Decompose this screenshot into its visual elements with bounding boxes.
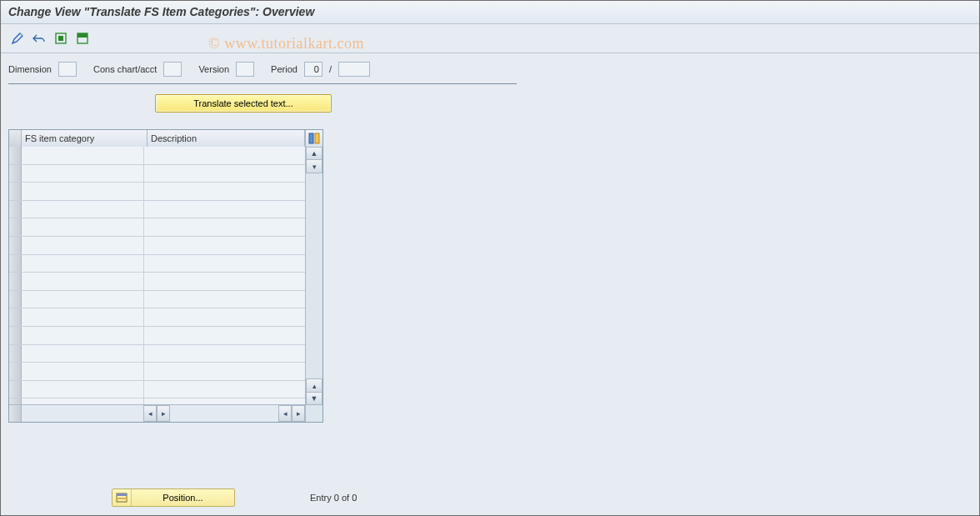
table-row[interactable] bbox=[9, 308, 306, 327]
vertical-scrollbar[interactable]: ▲ ▾ ▴ ▼ bbox=[305, 147, 322, 405]
table-body bbox=[9, 147, 306, 405]
cell-category[interactable] bbox=[22, 147, 144, 164]
table-select-all-handle[interactable] bbox=[9, 130, 22, 147]
version-label: Version bbox=[198, 64, 229, 74]
row-selector[interactable] bbox=[9, 255, 22, 273]
scroll-right-button-2[interactable]: ▸ bbox=[292, 405, 305, 422]
scroll-left-button-1[interactable]: ◂ bbox=[143, 405, 157, 422]
cell-description[interactable] bbox=[144, 218, 306, 236]
row-selector[interactable] bbox=[9, 165, 22, 183]
table-row[interactable] bbox=[9, 291, 306, 309]
cell-description[interactable] bbox=[144, 345, 306, 363]
scroll-down-step-button[interactable]: ▴ bbox=[306, 378, 322, 392]
cell-category[interactable] bbox=[22, 291, 144, 308]
cell-category[interactable] bbox=[22, 165, 144, 183]
cell-category[interactable] bbox=[22, 327, 144, 344]
cell-description[interactable] bbox=[144, 255, 306, 273]
row-selector[interactable] bbox=[9, 201, 22, 218]
scroll-down-button[interactable]: ▼ bbox=[306, 392, 322, 405]
table-settings-icon bbox=[308, 133, 320, 144]
cell-description[interactable] bbox=[144, 201, 306, 218]
row-selector[interactable] bbox=[9, 183, 22, 200]
cons-chart-field[interactable] bbox=[163, 62, 182, 77]
table-row[interactable] bbox=[9, 345, 306, 363]
row-selector[interactable] bbox=[9, 147, 22, 164]
period-field[interactable]: 0 bbox=[304, 62, 322, 77]
cell-category[interactable] bbox=[22, 345, 144, 363]
cell-description[interactable] bbox=[144, 165, 306, 183]
select-all-icon bbox=[54, 32, 68, 45]
cell-description[interactable] bbox=[144, 363, 306, 380]
hscroll-track-2[interactable] bbox=[170, 405, 278, 422]
row-selector[interactable] bbox=[9, 291, 22, 308]
cell-category[interactable] bbox=[22, 183, 144, 200]
scroll-up-step-button[interactable]: ▾ bbox=[306, 160, 322, 173]
row-selector[interactable] bbox=[9, 218, 22, 236]
toggle-display-change-button[interactable] bbox=[8, 29, 27, 48]
cell-category[interactable] bbox=[22, 237, 144, 254]
cell-description[interactable] bbox=[144, 273, 306, 290]
table-row[interactable] bbox=[9, 165, 306, 183]
cell-description[interactable] bbox=[144, 183, 306, 200]
page-title: Change View "Translate FS Item Categorie… bbox=[8, 5, 314, 18]
table-row[interactable] bbox=[9, 183, 306, 201]
cell-category[interactable] bbox=[22, 381, 144, 398]
period-label: Period bbox=[271, 64, 298, 74]
svg-rect-4 bbox=[309, 133, 313, 143]
table-row[interactable] bbox=[9, 255, 306, 273]
row-selector[interactable] bbox=[9, 308, 22, 326]
cell-category[interactable] bbox=[22, 308, 144, 326]
table-configure-button[interactable] bbox=[305, 130, 322, 147]
table-row[interactable] bbox=[9, 381, 306, 399]
table-row[interactable] bbox=[9, 237, 306, 255]
cell-category[interactable] bbox=[22, 218, 144, 236]
hscroll-track-1[interactable] bbox=[22, 405, 143, 422]
table-row[interactable] bbox=[9, 327, 306, 345]
row-selector[interactable] bbox=[9, 273, 22, 290]
undo-icon bbox=[32, 32, 46, 45]
cell-category[interactable] bbox=[22, 201, 144, 218]
select-all-button[interactable] bbox=[52, 29, 70, 48]
field-separator bbox=[8, 83, 517, 84]
cell-category[interactable] bbox=[22, 273, 144, 290]
cell-description[interactable] bbox=[144, 327, 306, 344]
cell-category[interactable] bbox=[22, 363, 144, 380]
dimension-field[interactable] bbox=[58, 62, 77, 77]
year-field[interactable] bbox=[338, 62, 370, 77]
table-row[interactable] bbox=[9, 218, 306, 237]
table-row[interactable] bbox=[9, 147, 306, 165]
application-toolbar bbox=[0, 24, 980, 53]
row-selector[interactable] bbox=[9, 381, 22, 398]
undo-button[interactable] bbox=[30, 29, 48, 48]
version-field[interactable] bbox=[236, 62, 254, 77]
cell-description[interactable] bbox=[144, 291, 306, 308]
cell-category[interactable] bbox=[22, 255, 144, 273]
table-row[interactable] bbox=[9, 273, 306, 291]
hscroll-corner-right bbox=[305, 405, 322, 422]
footer: Position... Entry 0 of 0 bbox=[112, 488, 357, 507]
svg-rect-8 bbox=[117, 498, 127, 499]
row-selector[interactable] bbox=[9, 363, 22, 380]
scroll-right-button-1[interactable]: ▸ bbox=[157, 405, 170, 422]
position-button[interactable]: Position... bbox=[112, 488, 235, 507]
scroll-left-button-2[interactable]: ◂ bbox=[278, 405, 292, 422]
cell-description[interactable] bbox=[144, 381, 306, 398]
position-icon bbox=[112, 489, 132, 506]
col-header-category[interactable]: FS item category bbox=[22, 130, 148, 147]
cell-description[interactable] bbox=[144, 308, 306, 326]
cell-description[interactable] bbox=[144, 147, 306, 164]
row-selector[interactable] bbox=[9, 327, 22, 344]
col-header-description[interactable]: Description bbox=[148, 130, 305, 147]
deselect-all-button[interactable] bbox=[73, 29, 92, 48]
cell-description[interactable] bbox=[144, 237, 306, 254]
svg-rect-1 bbox=[58, 36, 63, 41]
row-selector[interactable] bbox=[9, 345, 22, 363]
table-row[interactable] bbox=[9, 201, 306, 219]
period-separator: / bbox=[329, 64, 332, 74]
scroll-up-button[interactable]: ▲ bbox=[306, 147, 322, 160]
table-row[interactable] bbox=[9, 363, 306, 381]
row-selector[interactable] bbox=[9, 237, 22, 254]
translate-selected-text-button[interactable]: Translate selected text... bbox=[155, 94, 332, 113]
selection-fields: Dimension Cons chart/acct Version Period… bbox=[0, 53, 980, 77]
horizontal-scrollbar[interactable]: ◂ ▸ ◂ ▸ bbox=[9, 404, 322, 422]
